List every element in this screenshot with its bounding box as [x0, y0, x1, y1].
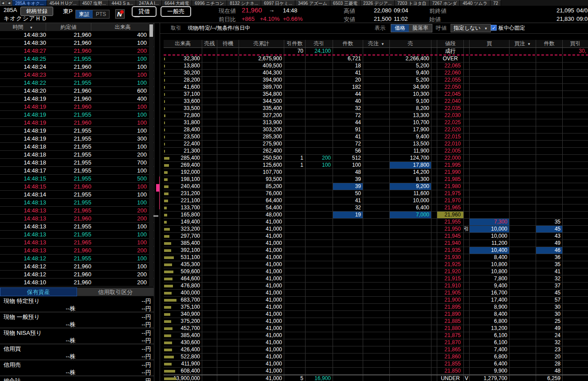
board-col-header[interactable]: 買注▼ — [510, 40, 536, 47]
board-row[interactable]: 149,40041,00021,9557,30035 — [164, 219, 588, 226]
price-cell[interactable]: 22,015 — [437, 134, 464, 140]
tape-col-price[interactable]: 約定値 — [46, 23, 91, 31]
price-cell[interactable]: 21,870 — [437, 339, 464, 346]
board-col-header[interactable]: 出来高 — [164, 40, 202, 47]
display-price-button[interactable]: 価格 — [391, 24, 409, 32]
board-row[interactable]: 23,500285,300419,40022,015 — [164, 134, 588, 141]
price-cell[interactable]: 21,920 — [437, 268, 464, 275]
board-row[interactable]: 340,90041,00021,8908,40030 — [164, 311, 588, 318]
board-row[interactable]: 509,60041,00021,92010,80041 — [164, 268, 588, 275]
price-cell[interactable]: 22,000 — [437, 155, 464, 161]
board-row[interactable]: 13,900,00041,000516,900UNDERV1,279,7006,… — [164, 375, 588, 381]
tab-scroll-right-icon[interactable]: ◀ — [6, 0, 12, 6]
price-cell[interactable]: 21,970 — [437, 197, 464, 204]
board-col-header[interactable] — [431, 40, 437, 47]
board-row[interactable]: 165,80048,000197,00021,960 — [164, 212, 588, 219]
board-row[interactable]: 411,90041,00021,8556,40028 — [164, 361, 588, 368]
board-row[interactable]: 683,70041,00021,90017,40057 — [164, 297, 588, 304]
board-col-header[interactable]: 売残 — [202, 40, 217, 47]
price-cell[interactable]: 21,910 — [437, 283, 464, 289]
sort-arrow-icon[interactable]: ▼ — [381, 42, 384, 46]
price-cell[interactable]: 22,010 — [437, 141, 464, 147]
board-row[interactable]: 198,10093,500398,30021,985 — [164, 176, 588, 183]
board-row[interactable]: 375,20041,00021,8856,80025 — [164, 318, 588, 325]
symbol-tab[interactable]: 2326 デジア... — [361, 0, 395, 6]
price-cell[interactable]: 21,950 — [437, 226, 464, 232]
price-cell[interactable]: 22,045 — [437, 91, 464, 98]
symbol-tab[interactable]: 4507 塩野... — [79, 0, 109, 6]
board-col-header[interactable]: 待機 — [217, 40, 239, 47]
board-row[interactable]: 285,400250,5001200512124,70022,000 — [164, 155, 588, 162]
board-row[interactable]: 221,10064,4004110,00021,970 — [164, 197, 588, 204]
exchange-pts[interactable]: PTS — [93, 10, 109, 18]
yobine-dropdown[interactable]: 指定しない▼ — [451, 24, 491, 32]
price-cell[interactable]: 22,055 — [437, 77, 464, 83]
symbol-tab[interactable]: 4443 S a... — [109, 0, 136, 6]
board-row[interactable]: 231,20076,0005011,60021,975 — [164, 190, 588, 197]
price-cell[interactable]: 21,940 — [437, 240, 464, 247]
price-cell[interactable]: 21,915 — [437, 275, 464, 282]
board-row[interactable]: 13,800409,500185,20022,065 — [164, 63, 588, 70]
board-row[interactable]: 385,40041,00021,94011,20049 — [164, 240, 588, 247]
taishaku-button[interactable]: 貸借 — [132, 6, 157, 17]
symbol-tab[interactable]: 3496 アズーム — [295, 0, 330, 6]
board-row[interactable]: 41,600389,70018234,90022,050 — [164, 84, 588, 91]
fix-center-checkbox[interactable]: ✓ — [491, 25, 497, 31]
price-cell[interactable]: 21,850 — [437, 368, 464, 374]
board-row[interactable]: 28,200394,900205,20022,055 — [164, 77, 588, 84]
price-cell[interactable]: 21,965 — [437, 204, 464, 211]
price-cell[interactable]: 21,995 — [437, 162, 464, 169]
board-row[interactable]: 72,800327,2007213,30022,030 — [164, 112, 588, 119]
price-cell[interactable]: 21,875 — [437, 332, 464, 339]
symbol-tab[interactable]: 4540 ツムラ — [460, 0, 490, 6]
board-col-header[interactable]: 件数 — [536, 40, 563, 47]
tape-col-volume[interactable]: 出来高 — [91, 23, 154, 31]
price-cell[interactable]: 21,905 — [437, 290, 464, 296]
price-cell[interactable]: 21,945 — [437, 233, 464, 240]
price-cell[interactable]: 22,005 — [437, 148, 464, 154]
board-row[interactable]: 452,70041,00021,88013,20049 — [164, 325, 588, 332]
board-row[interactable]: 400,00041,00021,90516,70045 — [164, 290, 588, 297]
exchange-tse[interactable]: 東証 — [76, 10, 93, 18]
board-row[interactable]: 133,70054,400326,40021,965 — [164, 204, 588, 212]
board-row[interactable]: 269,400125,600110010017,80021,995 — [164, 162, 588, 169]
board-row[interactable]: 240,40085,200399,20021,980 — [164, 183, 588, 190]
price-cell[interactable]: 21,960 — [437, 212, 464, 218]
board-row[interactable]: 192,000107,7004814,20021,990 — [164, 169, 588, 176]
price-cell[interactable]: 21,860 — [437, 354, 464, 360]
board-row[interactable]: 21,300262,4005611,90022,005 — [164, 148, 588, 155]
board-col-header[interactable]: 売累計 — [239, 40, 284, 47]
tape-scrollbar[interactable] — [149, 23, 153, 287]
price-cell[interactable]: UNDER — [437, 375, 464, 381]
price-cell[interactable]: 22,020 — [437, 126, 464, 133]
price-cell[interactable]: 22,065 — [437, 63, 464, 69]
exchange-toggle[interactable]: 東証 PTS — [75, 10, 110, 19]
board-col-header[interactable]: 売注▼ — [363, 40, 390, 47]
tab-scroll-left-icon[interactable]: ◀ — [0, 0, 6, 6]
symbol-tab[interactable]: 72 — [490, 0, 501, 6]
price-cell[interactable]: 22,050 — [437, 84, 464, 90]
tape-col-time[interactable]: 時間▼ — [0, 23, 46, 31]
symbol-tab[interactable]: 6503 三菱電 — [330, 0, 361, 6]
price-cell[interactable]: 22,035 — [437, 105, 464, 112]
symbol-tab[interactable]: 7267 ホンダ — [430, 0, 460, 6]
board-row[interactable]: 464,60041,00021,9157,80032 — [164, 275, 588, 283]
board-row[interactable]: 22,400275,9007213,50022,010 — [164, 141, 588, 148]
symbol-tab[interactable]: 4544 H Uグ... — [47, 0, 80, 6]
price-cell[interactable]: 21,885 — [437, 318, 464, 325]
board-row[interactable]: 476,80041,00021,9109,40037 — [164, 283, 588, 290]
board-row[interactable]: 32,3002,675,9006,7212,266,400OVER — [164, 55, 588, 63]
board-row[interactable]: 33,500335,400328,20022,035 — [164, 105, 588, 112]
board-row[interactable]: 297,70041,00021,94510,00043 — [164, 233, 588, 240]
board-row[interactable]: 375,10041,00021,8958,90030 — [164, 304, 588, 311]
ippan-sell-button[interactable]: 一般売 — [161, 6, 191, 17]
price-cell[interactable]: 21,975 — [437, 190, 464, 197]
sort-arrow-icon[interactable]: ▼ — [527, 42, 531, 46]
price-cell[interactable]: 21,990 — [437, 169, 464, 176]
display-rate-button[interactable]: 騰落率 — [409, 24, 432, 32]
board-col-header[interactable]: 値段 — [437, 40, 464, 47]
board-row[interactable]: 385,40041,00021,8756,10024 — [164, 332, 588, 339]
board-row[interactable]: 608,40041,00021,8509,90048 — [164, 368, 588, 375]
symbol-tab[interactable]: 285A キオク... — [12, 0, 47, 6]
symbol-tab[interactable]: 247A A I... — [136, 0, 162, 6]
